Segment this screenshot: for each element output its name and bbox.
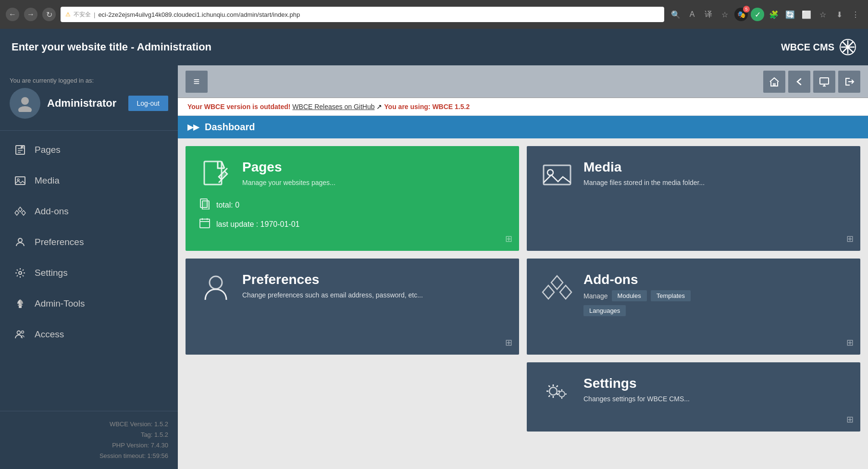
app-logo: WBCE CMS: [781, 38, 856, 56]
browser-back-button[interactable]: ←: [6, 8, 19, 21]
sidebar-php-version: PHP Version: 7.4.30: [10, 440, 168, 451]
card-preferences-header: Preferences Change preferences such as e…: [199, 272, 506, 303]
card-preferences-icon: [199, 272, 233, 303]
card-pages-text: Pages Manage your websites pages...: [242, 160, 335, 188]
ext-link-icon: ↗: [376, 103, 384, 111]
sidebar: You are currently logged in as: Administ…: [0, 65, 178, 469]
sidebar-item-label-pages: Pages: [35, 145, 61, 155]
card-preferences-grid-icon: ⊞: [505, 337, 512, 348]
ext-badge: 5: [743, 6, 750, 12]
card-pages[interactable]: Pages Manage your websites pages... tota…: [186, 146, 519, 251]
browser-forward-button[interactable]: →: [24, 8, 37, 21]
svg-rect-35: [544, 165, 570, 185]
app-title: Enter your website title - Administratio…: [12, 41, 211, 53]
card-addons[interactable]: Add-ons Manage Modules Templates Languag…: [527, 259, 860, 355]
menu-toggle-button[interactable]: ≡: [186, 71, 208, 93]
browser-font-icon[interactable]: A: [685, 8, 699, 21]
card-pages-icon: [199, 160, 233, 190]
svg-point-16: [18, 238, 22, 242]
svg-marker-15: [22, 210, 25, 215]
main-layout: You are currently logged in as: Administ…: [0, 65, 868, 469]
toolbar-right-buttons: [763, 71, 860, 93]
templates-tag-button[interactable]: Templates: [651, 290, 691, 301]
card-settings[interactable]: Settings Changes settings for WBCE CMS..…: [527, 362, 860, 432]
svg-point-21: [22, 331, 24, 333]
access-icon: [13, 328, 27, 341]
svg-marker-40: [560, 285, 571, 299]
svg-rect-31: [200, 219, 210, 228]
svg-rect-26: [204, 161, 222, 185]
sidebar-item-media[interactable]: Media: [0, 165, 178, 196]
sidebar-item-label-addons: Add-ons: [35, 206, 69, 217]
content-area: ≡: [178, 65, 868, 469]
card-settings-title: Settings: [583, 376, 690, 391]
sidebar-item-admin-tools[interactable]: Admin-Tools: [0, 288, 178, 319]
browser-chrome: ← → ↻ ⚠ 不安全 | eci-2ze2ejsm4uilvg14k089.c…: [0, 0, 868, 29]
dashboard-header: ▶▶ Dashboard: [178, 116, 868, 138]
media-icon: [13, 174, 27, 187]
notification-releases-link[interactable]: WBCE Releases on GitHub: [292, 103, 374, 111]
modules-tag-button[interactable]: Modules: [612, 290, 647, 301]
browser-bookmark-icon[interactable]: ☆: [816, 8, 830, 21]
user-name: Administrator: [47, 97, 116, 110]
dashboard-grid: Pages Manage your websites pages... tota…: [178, 138, 868, 362]
card-preferences[interactable]: Preferences Change preferences such as e…: [186, 259, 519, 355]
browser-layout-icon[interactable]: ⬜: [800, 8, 813, 21]
svg-marker-13: [18, 207, 22, 212]
svg-marker-38: [551, 276, 563, 289]
sidebar-item-access[interactable]: Access: [0, 319, 178, 350]
card-media-title: Media: [583, 160, 705, 175]
browser-reload-button[interactable]: ↻: [42, 8, 56, 21]
card-settings-text: Settings Changes settings for WBCE CMS..…: [583, 376, 690, 404]
sidebar-item-label-access: Access: [35, 329, 64, 340]
browser-translate-icon[interactable]: 译: [702, 8, 715, 21]
svg-point-41: [549, 387, 557, 395]
notification-bar: Your WBCE version is outdated! WBCE Rele…: [178, 98, 868, 116]
sidebar-footer: WBCE Version: 1.5.2 Tag: 1.5.2 PHP Versi…: [0, 411, 178, 469]
sidebar-item-settings[interactable]: Settings: [0, 258, 178, 288]
browser-puzzle-icon[interactable]: 🧩: [767, 8, 781, 21]
svg-rect-23: [820, 78, 829, 84]
card-pages-stat-update: last update : 1970-01-01: [199, 217, 506, 232]
card-media-text: Media Manage files stored in the media f…: [583, 160, 705, 188]
card-preferences-desc: Change preferences such as email address…: [242, 290, 423, 300]
sidebar-tag: Tag: 1.5.2: [10, 430, 168, 440]
browser-search-icon[interactable]: 🔍: [669, 8, 682, 21]
browser-ext-icon[interactable]: 🎭 5: [734, 8, 748, 21]
card-pages-grid-icon: ⊞: [505, 234, 512, 244]
svg-rect-30: [202, 201, 209, 210]
monitor-button[interactable]: [813, 71, 835, 93]
dashboard-arrow-icon: ▶▶: [187, 123, 199, 132]
browser-download-icon[interactable]: ⬇: [832, 8, 846, 21]
card-pages-stats: total: 0 last update : 1970-01-01: [199, 198, 506, 232]
addons-icon: [13, 205, 27, 218]
addons-manage-row: Manage Modules Templates: [583, 290, 691, 301]
svg-marker-39: [543, 285, 554, 299]
card-pages-header: Pages Manage your websites pages...: [199, 160, 506, 190]
browser-ext2-icon[interactable]: ✓: [751, 8, 764, 21]
card-addons-header: Add-ons Manage Modules Templates Languag…: [540, 272, 847, 316]
notification-outdated-text: Your WBCE version is outdated!: [187, 103, 290, 111]
logout-button[interactable]: Log-out: [128, 96, 168, 111]
sidebar-item-pages[interactable]: Pages: [0, 135, 178, 165]
dashboard-grid-row2: Settings Changes settings for WBCE CMS..…: [178, 362, 868, 439]
browser-refresh-icon2[interactable]: 🔄: [783, 8, 797, 21]
languages-tag-button[interactable]: Languages: [583, 305, 626, 316]
sidebar-item-addons[interactable]: Add-ons: [0, 196, 178, 227]
home-button[interactable]: [763, 71, 785, 93]
svg-line-28: [224, 168, 227, 171]
svg-point-6: [18, 106, 32, 112]
address-bar[interactable]: ⚠ 不安全 | eci-2ze2ejsm4uilvg14k089.cloudec…: [61, 7, 664, 22]
svg-point-42: [559, 391, 565, 397]
avatar: [10, 88, 40, 119]
card-settings-grid-icon: ⊞: [846, 414, 854, 425]
sidebar-item-preferences[interactable]: Preferences: [0, 227, 178, 258]
card-pages-stat-total: total: 0: [199, 198, 506, 212]
browser-star-icon[interactable]: ☆: [718, 8, 732, 21]
security-warning-icon: ⚠: [65, 11, 71, 18]
browser-menu-icon[interactable]: ⋮: [849, 8, 862, 21]
card-pages-update-label: last update : 1970-01-01: [216, 220, 299, 229]
card-media[interactable]: Media Manage files stored in the media f…: [527, 146, 860, 251]
back-button[interactable]: [788, 71, 810, 93]
logout-toolbar-button[interactable]: [838, 71, 860, 93]
